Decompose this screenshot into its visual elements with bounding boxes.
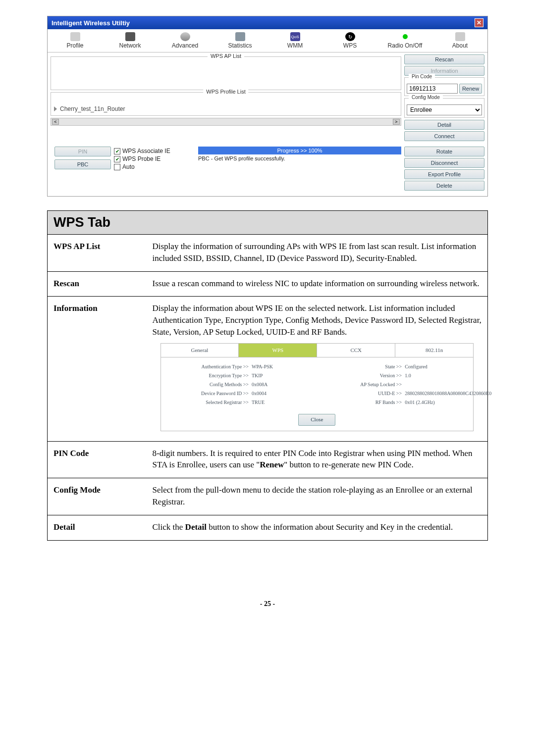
nav-label: Profile [66,42,83,49]
tab-general[interactable]: General [161,344,239,357]
config-mode-select[interactable]: Enrollee [407,104,482,115]
row-text-span: " button to re-generate new PIN Code. [284,460,413,469]
tab-80211n[interactable]: 802.11n [395,344,473,357]
kv-label: Device Password ID >> [170,390,252,397]
tab-ccx[interactable]: CCX [317,344,395,357]
horizontal-scrollbar[interactable]: < > [51,118,401,126]
utility-titlebar: Intelligent Wireless Utiltiy ✕ [48,16,487,29]
utility-title-text: Intelligent Wireless Utiltiy [52,19,130,27]
row-text: Click the Detail button to show the info… [147,515,488,540]
close-icon[interactable]: ✕ [475,18,483,27]
pin-code-input[interactable]: 16912113 [407,84,458,94]
inner-right-col: State >>Configured Version >>1.0 AP Setu… [323,361,464,408]
row-text-span: button to show the information about Sec… [207,522,453,532]
statistics-icon [235,32,245,41]
wps-profile-list-fieldset: WPS Profile List Cherry_test_11n_Router [51,92,401,116]
nav-label: WPS [343,42,357,49]
checkbox-label: WPS Probe IE [122,155,160,162]
scroll-right-icon[interactable]: > [393,119,400,125]
utility-nav: Profile Network Advanced Statistics QoSW… [48,29,487,52]
pin-button[interactable]: PIN [54,147,111,156]
tab-wps[interactable]: WPS [239,344,317,357]
wps-profile-list-legend: WPS Profile List [203,89,248,95]
table-row: Rescan Issue a rescan command to wireles… [48,271,488,297]
inner-close-button[interactable]: Close [298,414,335,425]
pbc-status-text: PBC - Get WPS profile successfully. [198,155,401,161]
nav-wmm[interactable]: QoSWMM [268,29,322,52]
profile-entry[interactable]: Cherry_test_11n_Router [54,104,398,113]
row-text: Select from the pull-down menu to decide… [147,478,488,515]
kv-label: Selected Registrar >> [170,399,252,406]
nav-radio[interactable]: Radio On/Off [377,29,432,52]
table-row: Information Display the information abou… [48,297,488,441]
auto-checkbox[interactable]: Auto [114,163,193,170]
kv-label: Version >> [323,372,405,379]
kv-label: RF Bands >> [323,399,405,406]
kv-label: UUID-E >> [323,390,405,397]
connect-button[interactable]: Connect [404,131,484,141]
about-icon [455,32,465,41]
row-label: Rescan [48,271,147,297]
wps-associate-checkbox[interactable]: ✔WPS Associate IE [114,148,193,154]
row-text: Display the information about WPS IE on … [147,297,488,441]
inner-tabs: General WPS CCX 802.11n [161,344,474,357]
nav-label: Network [119,42,141,49]
nav-label: Advanced [172,42,198,49]
row-label: PIN Code [48,441,147,478]
pin-code-fieldset: Pin Code 16912113 Renew [404,77,484,96]
nav-advanced[interactable]: Advanced [158,29,213,52]
row-text-span: Click the [153,522,185,532]
kv-label: State >> [323,363,405,370]
delete-button[interactable]: Delete [404,181,484,191]
config-mode-fieldset: Config Mode Enrollee [404,98,484,118]
table-row: Config Mode Select from the pull-down me… [48,478,488,515]
nav-profile[interactable]: Profile [48,29,103,52]
nav-label: Radio On/Off [388,42,423,49]
nav-about[interactable]: About [432,29,487,52]
row-text-bold: Renew [260,460,284,469]
inner-left-col: Authentication Type >>WPA-PSK Encryption… [170,361,311,408]
checkbox-unchecked-icon [114,164,120,170]
disconnect-button[interactable]: Disconnect [404,158,484,168]
kv-label: AP Setup Locked >> [323,381,405,388]
row-text: Display the information of surrounding A… [147,235,488,272]
pin-code-legend: Pin Code [409,74,435,79]
export-profile-button[interactable]: Export Profile [404,169,484,179]
kv-value [405,381,464,388]
wps-tab-table: WPS Tab WPS AP List Display the informat… [47,210,488,541]
row-label: Detail [48,515,147,540]
row-text-span: Display the information about WPS IE on … [153,303,482,337]
row-label: Config Mode [48,478,147,515]
kv-value: TRUE [252,399,311,406]
nav-label: Statistics [228,42,252,49]
nav-network[interactable]: Network [103,29,158,52]
rescan-button[interactable]: Rescan [404,54,484,64]
rotate-button[interactable]: Rotate [404,147,484,156]
nav-statistics[interactable]: Statistics [213,29,268,52]
kv-label: Config Methods >> [170,381,252,388]
kv-value: Configured [405,363,464,370]
pbc-button[interactable]: PBC [54,159,111,169]
wps-ap-list-legend: WPS AP List [208,53,244,59]
wps-icon: ↻ [345,32,355,41]
profile-icon [70,32,80,41]
table-row: Detail Click the Detail button to show t… [48,515,488,540]
nav-label: About [452,42,468,49]
wmm-icon: QoS [290,32,300,41]
detail-button[interactable]: Detail [404,120,484,130]
profile-entry-name: Cherry_test_11n_Router [60,105,125,112]
row-label: WPS AP List [48,235,147,272]
row-text-bold: Detail [185,522,207,532]
row-text: 8-digit numbers. It is required to enter… [147,441,488,478]
kv-value: 0x0004 [252,390,311,397]
wps-probe-checkbox[interactable]: ✔WPS Probe IE [114,155,193,162]
nav-label: WMM [287,42,303,49]
scroll-left-icon[interactable]: < [52,119,59,125]
network-icon [125,32,135,41]
nav-wps[interactable]: ↻WPS [322,29,377,52]
kv-value: 1.0 [405,372,464,379]
kv-value: WPA-PSK [252,363,311,370]
checkbox-label: WPS Associate IE [122,148,170,154]
renew-button[interactable]: Renew [459,84,482,94]
checkbox-checked-icon: ✔ [114,148,120,154]
